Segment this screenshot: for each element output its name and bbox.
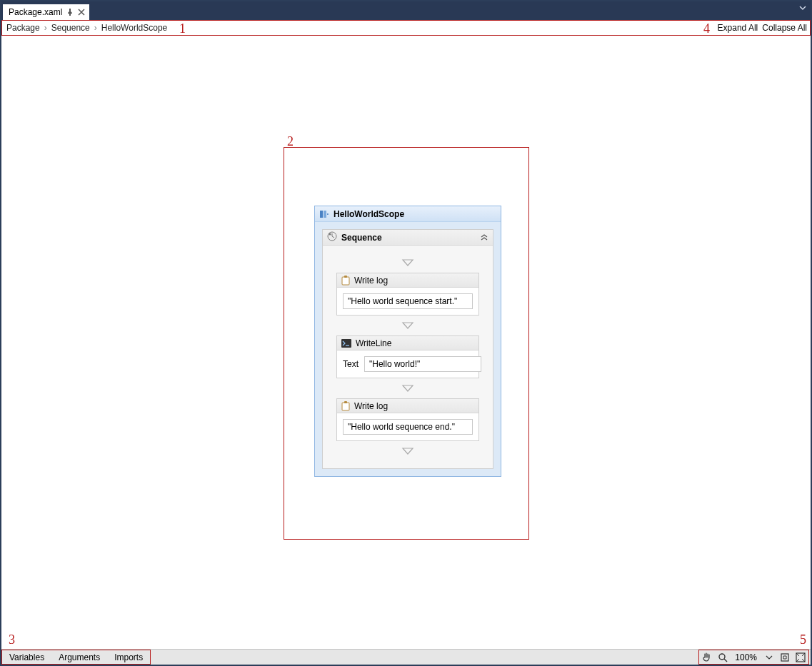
activity-title: Write log: [354, 276, 388, 286]
annotation-4: 4: [703, 21, 710, 36]
tab-bar: Package.xaml: [1, 1, 811, 20]
scope-header[interactable]: HelloWorldScope: [315, 206, 501, 222]
breadcrumb: Package › Sequence › HelloWorldScope: [6, 23, 167, 33]
clipboard-icon: [341, 401, 350, 411]
pin-icon[interactable]: [66, 9, 74, 16]
zoom-icon[interactable]: [716, 651, 729, 664]
drop-target-icon[interactable]: [401, 321, 414, 330]
overview-icon[interactable]: [794, 651, 807, 664]
crumb-scope[interactable]: HelloWorldScope: [101, 23, 168, 33]
pan-icon[interactable]: [701, 651, 713, 664]
tab-imports[interactable]: Imports: [107, 650, 150, 664]
svg-rect-0: [320, 211, 323, 218]
activity-value-input[interactable]: [343, 419, 473, 435]
svg-rect-1: [324, 211, 326, 218]
breadcrumb-actions: Expand All Collapse All: [718, 23, 807, 33]
drop-target-icon[interactable]: [401, 447, 414, 455]
svg-rect-10: [781, 654, 788, 661]
activity-header[interactable]: Write log: [337, 273, 478, 288]
close-icon[interactable]: [78, 9, 85, 16]
activity-write-log-start[interactable]: Write log: [336, 273, 479, 316]
sequence-header[interactable]: Sequence: [323, 230, 493, 246]
expand-all-button[interactable]: Expand All: [718, 23, 758, 33]
svg-rect-5: [344, 276, 347, 278]
activity-writeline[interactable]: WriteLine Text: [336, 335, 479, 378]
activity-write-log-end[interactable]: Write log: [336, 398, 479, 441]
designer-canvas[interactable]: 2 HelloWorldScope Sequence: [1, 36, 811, 649]
activity-value-input[interactable]: [343, 293, 473, 309]
scope-icon: [319, 209, 329, 219]
svg-rect-4: [342, 277, 349, 285]
sequence-title: Sequence: [341, 233, 382, 243]
activity-header[interactable]: WriteLine: [337, 336, 478, 350]
bottom-tabs: Variables Arguments Imports: [1, 650, 151, 665]
sequence-icon: [327, 231, 337, 243]
activity-value-input[interactable]: [364, 356, 481, 372]
bottom-bar: Variables Arguments Imports 100%: [1, 649, 811, 665]
activity-header[interactable]: Write log: [337, 399, 478, 413]
annotation-3: 3: [9, 632, 15, 647]
zoom-dropdown-icon[interactable]: [763, 651, 776, 664]
svg-rect-8: [344, 401, 347, 403]
breadcrumb-bar: Package › Sequence › HelloWorldScope Exp…: [1, 20, 811, 36]
annotation-5: 5: [800, 632, 806, 647]
tab-overflow-icon[interactable]: [799, 4, 806, 11]
bottom-tools: 100%: [698, 650, 809, 665]
collapse-icon[interactable]: [480, 232, 488, 243]
scope-body: Sequence: [315, 222, 501, 476]
document-tab[interactable]: Package.xaml: [3, 4, 89, 20]
crumb-sequence[interactable]: Sequence: [51, 23, 90, 33]
svg-rect-6: [341, 339, 351, 348]
annotation-1: 1: [179, 21, 186, 36]
drop-target-icon[interactable]: [401, 258, 414, 267]
scope-title: HelloWorldScope: [334, 209, 404, 219]
zoom-level: 100%: [732, 652, 760, 662]
tab-variables[interactable]: Variables: [2, 650, 51, 664]
drop-target-icon[interactable]: [401, 384, 414, 393]
field-label: Text: [343, 359, 359, 369]
sequence-body: Write log: [323, 246, 493, 468]
activity-title: WriteLine: [356, 338, 391, 348]
clipboard-icon: [341, 276, 350, 286]
sequence-activity[interactable]: Sequence: [322, 229, 493, 469]
tab-arguments[interactable]: Arguments: [51, 650, 107, 664]
svg-point-3: [329, 233, 331, 236]
scope-activity[interactable]: HelloWorldScope Sequence: [314, 206, 501, 477]
svg-rect-7: [342, 403, 349, 410]
fit-to-screen-icon[interactable]: [778, 651, 791, 664]
console-icon: [341, 339, 351, 348]
crumb-package[interactable]: Package: [6, 23, 40, 33]
crumb-separator: ›: [44, 23, 47, 33]
tab-title: Package.xaml: [9, 7, 62, 17]
crumb-separator: ›: [94, 23, 97, 33]
activity-title: Write log: [354, 401, 388, 411]
svg-point-9: [719, 654, 725, 660]
collapse-all-button[interactable]: Collapse All: [762, 23, 807, 33]
